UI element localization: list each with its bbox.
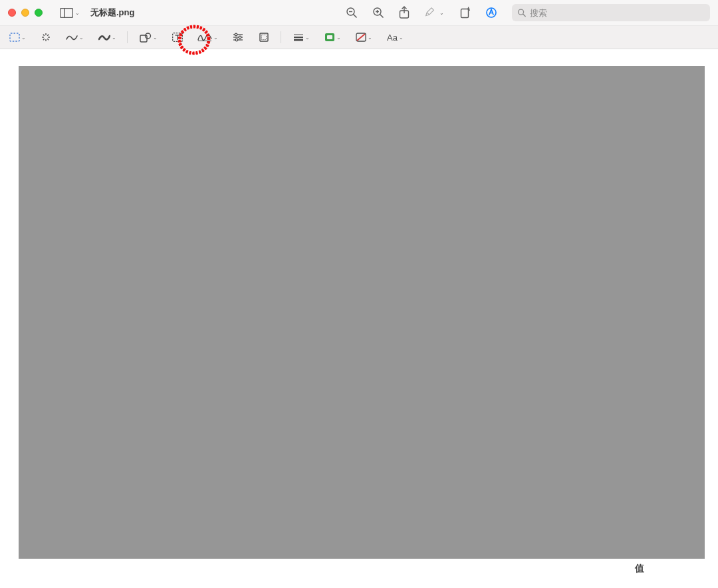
close-window-button[interactable] xyxy=(8,9,16,17)
border-color-tool[interactable]: ⌄ xyxy=(324,33,341,42)
selection-rect-icon xyxy=(9,33,20,42)
chevron-down-icon: ⌄ xyxy=(336,35,341,41)
watermark: 值 什么值得买 xyxy=(630,559,712,579)
shape-style-tool[interactable]: ⌄ xyxy=(293,33,310,41)
chevron-down-icon: ⌄ xyxy=(368,35,372,41)
chevron-down-icon: ⌄ xyxy=(153,35,158,41)
line-style-icon xyxy=(293,33,304,41)
pencil-icon xyxy=(424,7,435,18)
rotate-button[interactable] xyxy=(459,7,471,19)
watermark-text: 什么值得买 xyxy=(654,561,712,577)
svg-line-21 xyxy=(43,35,45,36)
zoom-out-button[interactable] xyxy=(346,7,358,19)
window-controls xyxy=(8,9,43,17)
svg-line-3 xyxy=(354,15,356,17)
sidebar-toggle-button[interactable]: ⌄ xyxy=(60,8,80,18)
chevron-down-icon: ⌄ xyxy=(79,35,84,41)
titlebar-right: ⌄ xyxy=(346,4,710,21)
image-content[interactable] xyxy=(19,66,705,559)
markup-icon xyxy=(485,7,497,19)
svg-line-45 xyxy=(357,34,365,41)
svg-rect-37 xyxy=(260,33,268,41)
svg-line-6 xyxy=(380,15,383,17)
text-style-tool[interactable]: Aa ⌄ xyxy=(387,33,404,43)
svg-point-26 xyxy=(146,33,151,39)
draw-icon xyxy=(98,33,110,42)
svg-line-23 xyxy=(43,39,45,40)
signature-icon xyxy=(197,33,212,42)
svg-point-34 xyxy=(235,33,237,36)
shapes-icon xyxy=(140,33,152,43)
svg-rect-43 xyxy=(327,35,332,39)
adjust-color-icon xyxy=(233,33,243,42)
crop-tool[interactable] xyxy=(258,32,270,43)
fill-color-icon xyxy=(356,33,366,42)
markup-toolbar: ⌄ ⌄ ⌄ xyxy=(0,25,718,49)
chevron-down-icon: ⌄ xyxy=(439,10,444,16)
chevron-down-icon: ⌄ xyxy=(75,10,80,16)
chevron-down-icon: ⌄ xyxy=(305,35,310,41)
fill-color-tool[interactable]: ⌄ xyxy=(356,33,372,42)
zoom-in-button[interactable] xyxy=(372,7,384,19)
markup-button[interactable] xyxy=(485,7,497,19)
sign-tool[interactable]: ⌄ xyxy=(197,33,218,42)
document-title: 无标题.png xyxy=(90,7,134,19)
svg-rect-11 xyxy=(461,9,469,18)
svg-line-22 xyxy=(47,39,49,40)
adjust-color-tool[interactable] xyxy=(233,33,243,42)
magic-select-icon xyxy=(41,32,51,43)
watermark-badge: 值 xyxy=(630,559,650,579)
svg-line-15 xyxy=(523,14,525,16)
instant-alpha-tool[interactable] xyxy=(41,32,51,43)
svg-point-35 xyxy=(239,36,241,39)
sketch-tool[interactable]: ⌄ xyxy=(66,33,84,42)
search-icon xyxy=(517,8,526,17)
zoom-window-button[interactable] xyxy=(35,9,43,17)
highlight-dropdown[interactable]: ⌄ xyxy=(424,7,444,18)
canvas-area[interactable] xyxy=(0,49,718,588)
text-tool[interactable] xyxy=(172,33,183,42)
share-button[interactable] xyxy=(399,6,410,19)
zoom-in-icon xyxy=(372,7,384,19)
rotate-icon xyxy=(459,7,471,19)
search-field[interactable] xyxy=(512,4,710,21)
share-icon xyxy=(399,6,410,19)
sidebar-icon xyxy=(60,8,73,18)
svg-rect-0 xyxy=(60,8,73,17)
svg-rect-25 xyxy=(140,35,147,42)
sketch-icon xyxy=(66,33,78,42)
crop-icon xyxy=(258,32,270,43)
chevron-down-icon: ⌄ xyxy=(399,35,404,41)
svg-line-24 xyxy=(47,35,49,36)
text-style-label: Aa xyxy=(387,33,398,43)
zoom-out-icon xyxy=(346,7,358,19)
draw-tool[interactable]: ⌄ xyxy=(98,33,116,42)
chevron-down-icon: ⌄ xyxy=(21,35,26,41)
stroke-color-icon xyxy=(324,33,335,42)
chevron-down-icon: ⌄ xyxy=(213,35,218,41)
svg-rect-38 xyxy=(262,35,267,40)
chevron-down-icon: ⌄ xyxy=(112,35,116,41)
svg-rect-16 xyxy=(10,33,19,41)
minimize-window-button[interactable] xyxy=(21,9,29,17)
titlebar: ⌄ 无标题.png xyxy=(0,0,718,25)
svg-point-36 xyxy=(235,39,238,41)
selection-tool[interactable]: ⌄ xyxy=(9,33,26,42)
search-input[interactable] xyxy=(530,8,705,18)
text-box-icon xyxy=(172,33,183,42)
shapes-tool[interactable]: ⌄ xyxy=(140,33,158,43)
